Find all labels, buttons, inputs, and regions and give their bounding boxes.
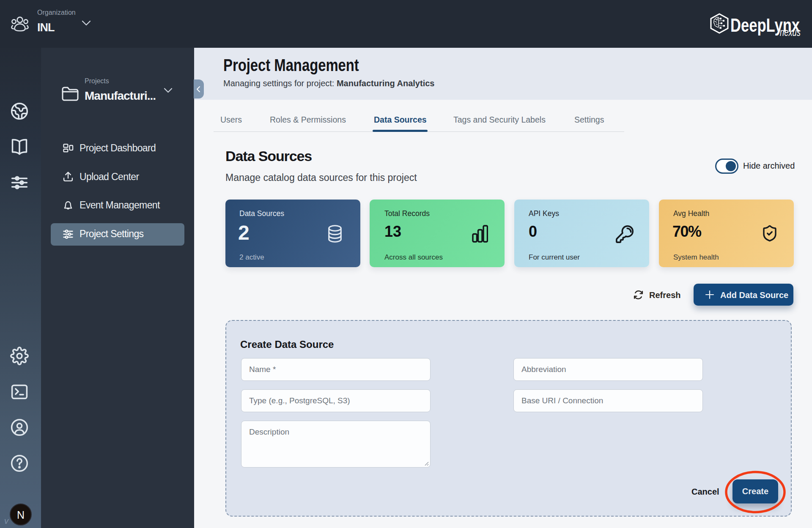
svg-text:nexus: nexus — [780, 26, 801, 38]
